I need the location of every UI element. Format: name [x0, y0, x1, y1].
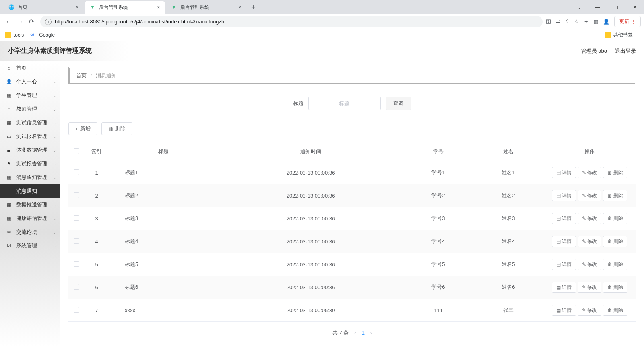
new-tab-button[interactable]: + [247, 2, 260, 13]
row-delete-button[interactable]: 🗑删除 [603, 190, 627, 201]
trash-icon: 🗑 [607, 284, 612, 290]
row-checkbox[interactable] [74, 284, 79, 290]
sidebar-item-12[interactable]: ✉交流论坛⌄ [0, 225, 60, 239]
row-checkbox[interactable] [74, 307, 79, 313]
tab-admin-active[interactable]: ▼ 后台管理系统 × [85, 1, 165, 14]
share-icon[interactable]: ⇪ [565, 19, 570, 25]
detail-button[interactable]: ▤详情 [552, 305, 576, 316]
edit-button[interactable]: ✎修改 [578, 236, 601, 247]
row-checkbox[interactable] [74, 215, 79, 221]
row-checkbox[interactable] [74, 261, 79, 267]
edit-button[interactable]: ✎修改 [578, 167, 601, 178]
book-icon: ▭ [6, 134, 12, 139]
grid-icon: ▦ [6, 202, 12, 208]
edit-button[interactable]: ✎修改 [578, 190, 601, 201]
breadcrumb-home[interactable]: 首页 [76, 72, 87, 78]
cell-actions: ▤详情✎修改🗑删除 [543, 230, 636, 253]
search-button[interactable]: 查询 [386, 97, 411, 110]
delete-button[interactable]: 🗑删除 [101, 122, 132, 135]
site-info-icon[interactable]: i [45, 19, 52, 25]
search-row: 标题 ⌕ 查询 [68, 97, 636, 110]
detail-button[interactable]: ▤详情 [552, 213, 576, 224]
translate-icon[interactable]: ⇄ [556, 19, 560, 25]
sidebar-item-10[interactable]: ▦数据推送管理⌄ [0, 198, 60, 212]
row-delete-button[interactable]: 🗑删除 [603, 236, 627, 247]
url-input[interactable]: i http://localhost:8080/springboote52j4/… [40, 16, 543, 27]
dropdown-icon[interactable]: ⌄ [570, 0, 588, 14]
edit-button[interactable]: ✎修改 [578, 305, 601, 316]
bookmark-google[interactable]: G Google [30, 32, 55, 38]
sidebar-item-5[interactable]: ▭测试报名管理⌄ [0, 130, 60, 143]
sidebar-item-11[interactable]: ▦健康评估管理⌄ [0, 212, 60, 225]
page-next[interactable]: › [370, 330, 372, 336]
sidebar-item-13[interactable]: ☑系统管理⌄ [0, 239, 60, 253]
chevron-down-icon: ⌄ [53, 134, 56, 139]
tab-admin-2[interactable]: ▼ 后台管理系统 × [166, 1, 246, 14]
page-prev[interactable]: ‹ [354, 330, 356, 336]
search-input[interactable] [308, 97, 381, 110]
row-checkbox[interactable] [74, 238, 79, 244]
grid-icon: ▦ [6, 216, 12, 221]
logout-link[interactable]: 退出登录 [615, 47, 636, 55]
row-delete-button[interactable]: 🗑删除 [603, 282, 627, 293]
reload-button[interactable]: ⟳ [26, 16, 37, 27]
sidebar-item-3[interactable]: ≡教师管理⌄ [0, 102, 60, 116]
add-button[interactable]: +新增 [68, 122, 97, 135]
sidebar: ⌂首页👤个人中心⌄▦学生管理⌄≡教师管理⌄▦测试信息管理⌄▭测试报名管理⌄≣体测… [0, 61, 60, 346]
sidebar-item-4[interactable]: ▦测试信息管理⌄ [0, 116, 60, 130]
close-window-button[interactable]: ✕ [625, 0, 644, 14]
cell-index: 6 [85, 276, 109, 299]
sidebar-item-6[interactable]: ≣体测数据管理⌄ [0, 143, 60, 157]
row-delete-button[interactable]: 🗑删除 [603, 167, 627, 178]
star-icon[interactable]: ☆ [574, 19, 579, 25]
sidebar-item-1[interactable]: 👤个人中心⌄ [0, 75, 60, 89]
other-bookmarks[interactable]: 其他书签 [605, 31, 633, 38]
row-delete-button[interactable]: 🗑删除 [603, 213, 627, 224]
update-button[interactable]: 更新 ⋮ [614, 16, 641, 27]
row-delete-button[interactable]: 🗑删除 [603, 305, 627, 316]
cell-title: 标题5 [109, 253, 218, 276]
bookmark-tools[interactable]: tools [5, 32, 24, 38]
cell-name: 姓名2 [473, 184, 543, 207]
profile-icon[interactable]: 👤 [603, 19, 609, 25]
detail-button[interactable]: ▤详情 [552, 190, 576, 201]
sidebar-item-label: 系统管理 [16, 242, 37, 249]
sidebar-item-0[interactable]: ⌂首页 [0, 61, 60, 75]
forward-button[interactable]: → [14, 16, 26, 27]
doc-icon: ▤ [556, 239, 561, 244]
tab-home[interactable]: 🌐 首页 × [3, 1, 84, 14]
row-checkbox[interactable] [74, 192, 79, 198]
sidebar-item-label: 体测数据管理 [16, 146, 47, 154]
cell-title: xxxx [109, 299, 218, 322]
extensions-icon[interactable]: ✦ [584, 19, 588, 25]
cell-name: 姓名3 [473, 207, 543, 230]
back-button[interactable]: ← [3, 16, 14, 27]
detail-button[interactable]: ▤详情 [552, 236, 576, 247]
detail-button[interactable]: ▤详情 [552, 167, 576, 178]
sidebar-item-label: 消息通知管理 [16, 174, 47, 181]
user-label[interactable]: 管理员 abo [581, 47, 607, 55]
row-delete-button[interactable]: 🗑删除 [603, 259, 627, 270]
key-icon[interactable]: ⚿ [546, 19, 551, 25]
detail-button[interactable]: ▤详情 [552, 282, 576, 293]
sidebar-item-8[interactable]: ▦消息通知管理⌄ [0, 171, 60, 184]
cell-time: 2022-03-13 00:00:36 [218, 161, 403, 184]
chevron-down-icon: ⌄ [53, 244, 56, 248]
minimize-button[interactable]: — [588, 0, 607, 14]
panel-icon[interactable]: ▥ [593, 19, 598, 25]
page-current[interactable]: 1 [362, 330, 365, 336]
detail-button[interactable]: ▤详情 [552, 259, 576, 270]
close-icon[interactable]: × [157, 4, 160, 10]
edit-button[interactable]: ✎修改 [578, 259, 601, 270]
edit-button[interactable]: ✎修改 [578, 282, 601, 293]
close-icon[interactable]: × [238, 4, 242, 10]
edit-button[interactable]: ✎修改 [578, 213, 601, 224]
row-checkbox[interactable] [74, 169, 79, 175]
select-all-checkbox[interactable] [74, 148, 79, 154]
close-icon[interactable]: × [76, 4, 79, 10]
sidebar-item-7[interactable]: ⚑测试报告管理⌄ [0, 157, 60, 171]
maximize-button[interactable]: ◻ [607, 0, 625, 14]
menu-icon: ⋮ [631, 19, 636, 25]
sidebar-item-2[interactable]: ▦学生管理⌄ [0, 89, 60, 102]
sidebar-item-9[interactable]: 消息通知 [0, 184, 60, 198]
